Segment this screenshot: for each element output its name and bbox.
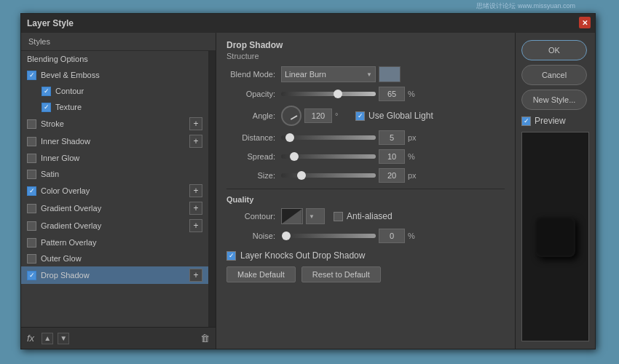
- anti-aliased-row: Anti-aliased: [334, 211, 393, 221]
- distance-row: Distance: 5 px: [226, 130, 505, 145]
- sidebar-item-drop-shadow[interactable]: ✓ Drop Shadow +: [21, 266, 208, 284]
- reset-default-button[interactable]: Reset to Default: [301, 266, 381, 282]
- gradient-overlay1-label: Gradient Overlay: [41, 204, 189, 213]
- opacity-thumb[interactable]: [334, 90, 342, 98]
- contour-checkbox[interactable]: ✓: [42, 87, 51, 96]
- preview-checkbox[interactable]: ✓: [521, 116, 531, 126]
- opacity-control: 65 %: [281, 87, 505, 101]
- angle-input[interactable]: 120: [304, 108, 332, 123]
- drop-shadow-checkbox[interactable]: ✓: [27, 271, 36, 280]
- up-arrow-btn[interactable]: ▲: [42, 333, 53, 344]
- dialog-title: Layer Style: [27, 18, 74, 28]
- gradient-overlay2-checkbox[interactable]: [27, 221, 36, 231]
- noise-thumb[interactable]: [282, 232, 291, 240]
- trash-button[interactable]: 🗑: [200, 333, 210, 344]
- contour-field-label: Contour:: [226, 212, 281, 221]
- make-default-button[interactable]: Make Default: [226, 266, 296, 282]
- drop-shadow-label: Drop Shadow: [41, 271, 189, 280]
- anti-aliased-checkbox[interactable]: [334, 212, 343, 221]
- satin-label: Satin: [41, 170, 202, 178]
- distance-label: Distance:: [226, 133, 281, 142]
- spread-row: Spread: 10 %: [226, 149, 505, 164]
- noise-label: Noise:: [226, 232, 281, 240]
- contour-dropdown[interactable]: ▼: [306, 208, 325, 224]
- layer-knocks-checkbox[interactable]: ✓: [226, 251, 236, 261]
- sidebar-item-bevel[interactable]: ✓ Bevel & Emboss: [21, 67, 208, 83]
- sidebar-item-gradient-overlay2[interactable]: Gradient Overlay +: [21, 217, 208, 234]
- size-input[interactable]: 20: [379, 168, 405, 183]
- angle-label: Angle:: [226, 111, 281, 120]
- distance-slider[interactable]: [281, 135, 376, 140]
- satin-checkbox[interactable]: [27, 170, 36, 179]
- scrollbar[interactable]: [208, 51, 216, 327]
- sidebar-item-color-overlay[interactable]: ✓ Color Overlay +: [21, 182, 208, 199]
- gradient-overlay2-add-btn[interactable]: +: [189, 219, 202, 232]
- sidebar-item-blending[interactable]: Blending Options: [21, 51, 208, 67]
- gradient-overlay1-checkbox[interactable]: [27, 204, 36, 213]
- stroke-add-btn[interactable]: +: [189, 117, 202, 130]
- close-button[interactable]: ✕: [579, 17, 591, 28]
- sidebar-item-inner-shadow[interactable]: Inner Shadow +: [21, 132, 208, 150]
- sidebar-item-contour[interactable]: ✓ Contour: [21, 83, 208, 99]
- quality-title: Quality: [226, 195, 505, 204]
- inner-glow-checkbox[interactable]: [27, 154, 36, 163]
- color-overlay-label: Color Overlay: [41, 186, 189, 195]
- distance-input[interactable]: 5: [379, 130, 405, 145]
- size-thumb[interactable]: [297, 171, 306, 180]
- action-buttons: Make Default Reset to Default: [226, 266, 505, 282]
- pattern-overlay-checkbox[interactable]: [27, 238, 36, 248]
- blending-label: Blending Options: [27, 55, 202, 63]
- size-control: 20 px: [281, 168, 505, 183]
- noise-input[interactable]: 0: [379, 229, 405, 243]
- ok-button[interactable]: OK: [521, 40, 587, 60]
- color-overlay-add-btn[interactable]: +: [189, 184, 202, 197]
- stroke-checkbox[interactable]: [27, 119, 36, 129]
- styles-header: Styles: [21, 33, 216, 51]
- texture-checkbox[interactable]: ✓: [42, 103, 51, 112]
- gradient-overlay1-add-btn[interactable]: +: [189, 202, 202, 215]
- down-arrow-btn[interactable]: ▼: [58, 333, 69, 344]
- outer-glow-checkbox[interactable]: [27, 254, 36, 264]
- blend-mode-color[interactable]: [379, 66, 401, 82]
- sidebar-item-inner-glow[interactable]: Inner Glow: [21, 150, 208, 166]
- bottom-actions: ✓ Layer Knocks Out Drop Shadow Make Defa…: [226, 250, 505, 282]
- contour-label: Contour: [55, 87, 202, 95]
- anti-aliased-label: Anti-aliased: [347, 211, 393, 221]
- new-style-button[interactable]: New Style...: [521, 90, 587, 110]
- angle-dial[interactable]: [281, 106, 301, 126]
- spread-slider[interactable]: [281, 154, 376, 159]
- opacity-slider[interactable]: [281, 92, 376, 96]
- fx-label: fx: [27, 333, 34, 344]
- sidebar-item-satin[interactable]: Satin: [21, 166, 208, 182]
- contour-preview[interactable]: [281, 208, 303, 224]
- contour-dropdown-arrow: ▼: [309, 213, 315, 220]
- cancel-button[interactable]: Cancel: [521, 65, 587, 85]
- spread-unit: %: [408, 152, 422, 161]
- sidebar-item-texture[interactable]: ✓ Texture: [21, 99, 208, 115]
- sidebar-item-outer-glow[interactable]: Outer Glow: [21, 250, 208, 266]
- sidebar-item-stroke[interactable]: Stroke +: [21, 115, 208, 132]
- spread-input[interactable]: 10: [379, 149, 405, 164]
- global-light-checkbox[interactable]: ✓: [355, 111, 365, 121]
- drop-shadow-add-btn[interactable]: +: [189, 269, 202, 282]
- distance-thumb[interactable]: [285, 133, 294, 142]
- size-slider[interactable]: [281, 173, 376, 178]
- preview-row: ✓ Preview: [521, 116, 589, 126]
- blend-mode-arrow: ▼: [366, 71, 372, 78]
- sidebar-item-gradient-overlay1[interactable]: Gradient Overlay +: [21, 199, 208, 217]
- noise-slider[interactable]: [281, 234, 376, 238]
- sidebar-item-pattern-overlay[interactable]: Pattern Overlay: [21, 234, 208, 250]
- inner-shadow-add-btn[interactable]: +: [189, 135, 202, 148]
- opacity-unit: %: [408, 90, 422, 98]
- angle-control: 120 ° ✓ Use Global Light: [281, 106, 505, 126]
- spread-thumb[interactable]: [290, 152, 299, 161]
- bevel-checkbox[interactable]: ✓: [27, 71, 36, 80]
- contour-field-control: ▼ Anti-aliased: [281, 208, 505, 224]
- spread-control: 10 %: [281, 149, 505, 164]
- opacity-input[interactable]: 65: [379, 87, 405, 101]
- global-light-label: Use Global Light: [368, 111, 433, 121]
- inner-shadow-checkbox[interactable]: [27, 137, 36, 146]
- color-overlay-checkbox[interactable]: ✓: [27, 186, 36, 196]
- bevel-label: Bevel & Emboss: [41, 71, 202, 79]
- blend-mode-dropdown[interactable]: Linear Burn ▼: [281, 66, 376, 82]
